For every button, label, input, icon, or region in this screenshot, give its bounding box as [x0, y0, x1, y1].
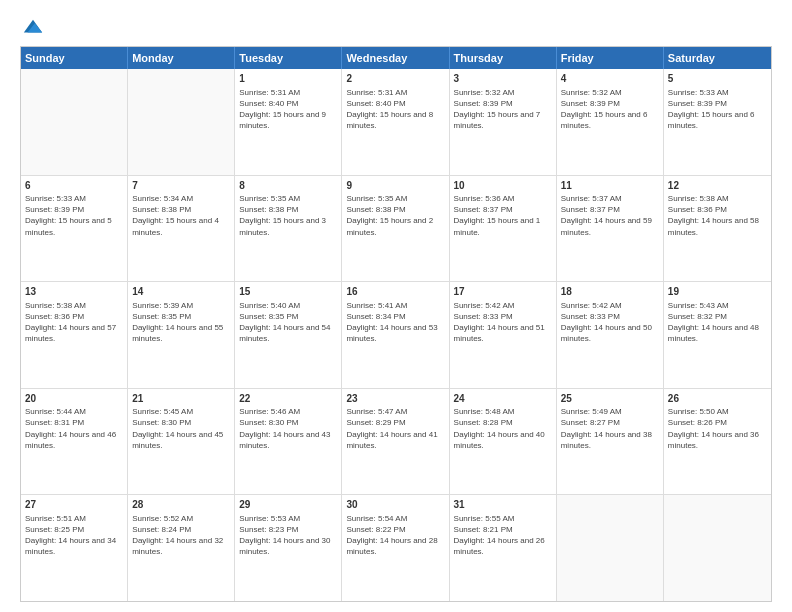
page: SundayMondayTuesdayWednesdayThursdayFrid…	[0, 0, 792, 612]
day-info: Sunrise: 5:32 AM Sunset: 8:39 PM Dayligh…	[454, 87, 552, 132]
header-day-friday: Friday	[557, 47, 664, 69]
day-number: 5	[668, 72, 767, 86]
day-info: Sunrise: 5:51 AM Sunset: 8:25 PM Dayligh…	[25, 513, 123, 558]
calendar-day-23: 23Sunrise: 5:47 AM Sunset: 8:29 PM Dayli…	[342, 389, 449, 495]
day-number: 24	[454, 392, 552, 406]
calendar-day-13: 13Sunrise: 5:38 AM Sunset: 8:36 PM Dayli…	[21, 282, 128, 388]
day-number: 15	[239, 285, 337, 299]
calendar-week-1: 1Sunrise: 5:31 AM Sunset: 8:40 PM Daylig…	[21, 69, 771, 176]
day-number: 8	[239, 179, 337, 193]
calendar-day-28: 28Sunrise: 5:52 AM Sunset: 8:24 PM Dayli…	[128, 495, 235, 601]
day-number: 13	[25, 285, 123, 299]
calendar-day-5: 5Sunrise: 5:33 AM Sunset: 8:39 PM Daylig…	[664, 69, 771, 175]
calendar-day-15: 15Sunrise: 5:40 AM Sunset: 8:35 PM Dayli…	[235, 282, 342, 388]
day-info: Sunrise: 5:36 AM Sunset: 8:37 PM Dayligh…	[454, 193, 552, 238]
day-number: 26	[668, 392, 767, 406]
day-info: Sunrise: 5:49 AM Sunset: 8:27 PM Dayligh…	[561, 406, 659, 451]
calendar-header: SundayMondayTuesdayWednesdayThursdayFrid…	[21, 47, 771, 69]
day-info: Sunrise: 5:32 AM Sunset: 8:39 PM Dayligh…	[561, 87, 659, 132]
calendar-day-7: 7Sunrise: 5:34 AM Sunset: 8:38 PM Daylig…	[128, 176, 235, 282]
calendar-body: 1Sunrise: 5:31 AM Sunset: 8:40 PM Daylig…	[21, 69, 771, 601]
day-number: 21	[132, 392, 230, 406]
calendar-day-2: 2Sunrise: 5:31 AM Sunset: 8:40 PM Daylig…	[342, 69, 449, 175]
day-info: Sunrise: 5:35 AM Sunset: 8:38 PM Dayligh…	[346, 193, 444, 238]
day-number: 11	[561, 179, 659, 193]
calendar-day-18: 18Sunrise: 5:42 AM Sunset: 8:33 PM Dayli…	[557, 282, 664, 388]
day-info: Sunrise: 5:31 AM Sunset: 8:40 PM Dayligh…	[239, 87, 337, 132]
day-info: Sunrise: 5:33 AM Sunset: 8:39 PM Dayligh…	[668, 87, 767, 132]
calendar-day-16: 16Sunrise: 5:41 AM Sunset: 8:34 PM Dayli…	[342, 282, 449, 388]
day-info: Sunrise: 5:39 AM Sunset: 8:35 PM Dayligh…	[132, 300, 230, 345]
calendar-day-1: 1Sunrise: 5:31 AM Sunset: 8:40 PM Daylig…	[235, 69, 342, 175]
day-info: Sunrise: 5:38 AM Sunset: 8:36 PM Dayligh…	[668, 193, 767, 238]
day-number: 14	[132, 285, 230, 299]
day-info: Sunrise: 5:42 AM Sunset: 8:33 PM Dayligh…	[454, 300, 552, 345]
day-info: Sunrise: 5:41 AM Sunset: 8:34 PM Dayligh…	[346, 300, 444, 345]
calendar-day-11: 11Sunrise: 5:37 AM Sunset: 8:37 PM Dayli…	[557, 176, 664, 282]
day-info: Sunrise: 5:40 AM Sunset: 8:35 PM Dayligh…	[239, 300, 337, 345]
day-info: Sunrise: 5:52 AM Sunset: 8:24 PM Dayligh…	[132, 513, 230, 558]
day-number: 2	[346, 72, 444, 86]
header-day-tuesday: Tuesday	[235, 47, 342, 69]
day-info: Sunrise: 5:55 AM Sunset: 8:21 PM Dayligh…	[454, 513, 552, 558]
day-number: 16	[346, 285, 444, 299]
logo	[20, 16, 44, 36]
calendar-week-3: 13Sunrise: 5:38 AM Sunset: 8:36 PM Dayli…	[21, 282, 771, 389]
calendar-day-10: 10Sunrise: 5:36 AM Sunset: 8:37 PM Dayli…	[450, 176, 557, 282]
header-day-monday: Monday	[128, 47, 235, 69]
day-number: 25	[561, 392, 659, 406]
day-number: 27	[25, 498, 123, 512]
logo-icon	[22, 16, 44, 38]
calendar-day-8: 8Sunrise: 5:35 AM Sunset: 8:38 PM Daylig…	[235, 176, 342, 282]
calendar-day-21: 21Sunrise: 5:45 AM Sunset: 8:30 PM Dayli…	[128, 389, 235, 495]
day-info: Sunrise: 5:45 AM Sunset: 8:30 PM Dayligh…	[132, 406, 230, 451]
day-info: Sunrise: 5:35 AM Sunset: 8:38 PM Dayligh…	[239, 193, 337, 238]
day-info: Sunrise: 5:48 AM Sunset: 8:28 PM Dayligh…	[454, 406, 552, 451]
calendar-week-4: 20Sunrise: 5:44 AM Sunset: 8:31 PM Dayli…	[21, 389, 771, 496]
day-number: 31	[454, 498, 552, 512]
calendar-day-9: 9Sunrise: 5:35 AM Sunset: 8:38 PM Daylig…	[342, 176, 449, 282]
day-number: 20	[25, 392, 123, 406]
day-number: 29	[239, 498, 337, 512]
calendar-empty-cell	[557, 495, 664, 601]
day-number: 3	[454, 72, 552, 86]
day-info: Sunrise: 5:47 AM Sunset: 8:29 PM Dayligh…	[346, 406, 444, 451]
day-info: Sunrise: 5:46 AM Sunset: 8:30 PM Dayligh…	[239, 406, 337, 451]
day-info: Sunrise: 5:53 AM Sunset: 8:23 PM Dayligh…	[239, 513, 337, 558]
calendar-day-27: 27Sunrise: 5:51 AM Sunset: 8:25 PM Dayli…	[21, 495, 128, 601]
calendar-empty-cell	[664, 495, 771, 601]
calendar-day-22: 22Sunrise: 5:46 AM Sunset: 8:30 PM Dayli…	[235, 389, 342, 495]
day-info: Sunrise: 5:31 AM Sunset: 8:40 PM Dayligh…	[346, 87, 444, 132]
day-info: Sunrise: 5:33 AM Sunset: 8:39 PM Dayligh…	[25, 193, 123, 238]
day-number: 18	[561, 285, 659, 299]
calendar-day-4: 4Sunrise: 5:32 AM Sunset: 8:39 PM Daylig…	[557, 69, 664, 175]
day-info: Sunrise: 5:44 AM Sunset: 8:31 PM Dayligh…	[25, 406, 123, 451]
calendar-day-12: 12Sunrise: 5:38 AM Sunset: 8:36 PM Dayli…	[664, 176, 771, 282]
day-number: 12	[668, 179, 767, 193]
calendar-day-29: 29Sunrise: 5:53 AM Sunset: 8:23 PM Dayli…	[235, 495, 342, 601]
header-day-thursday: Thursday	[450, 47, 557, 69]
day-number: 30	[346, 498, 444, 512]
day-info: Sunrise: 5:50 AM Sunset: 8:26 PM Dayligh…	[668, 406, 767, 451]
header	[20, 16, 772, 36]
day-number: 4	[561, 72, 659, 86]
calendar-empty-cell	[21, 69, 128, 175]
day-number: 6	[25, 179, 123, 193]
day-number: 23	[346, 392, 444, 406]
calendar-day-31: 31Sunrise: 5:55 AM Sunset: 8:21 PM Dayli…	[450, 495, 557, 601]
calendar-day-26: 26Sunrise: 5:50 AM Sunset: 8:26 PM Dayli…	[664, 389, 771, 495]
calendar-day-3: 3Sunrise: 5:32 AM Sunset: 8:39 PM Daylig…	[450, 69, 557, 175]
day-number: 1	[239, 72, 337, 86]
day-number: 17	[454, 285, 552, 299]
calendar-empty-cell	[128, 69, 235, 175]
calendar-week-2: 6Sunrise: 5:33 AM Sunset: 8:39 PM Daylig…	[21, 176, 771, 283]
calendar-day-17: 17Sunrise: 5:42 AM Sunset: 8:33 PM Dayli…	[450, 282, 557, 388]
day-number: 10	[454, 179, 552, 193]
day-number: 22	[239, 392, 337, 406]
day-number: 9	[346, 179, 444, 193]
day-info: Sunrise: 5:42 AM Sunset: 8:33 PM Dayligh…	[561, 300, 659, 345]
day-info: Sunrise: 5:38 AM Sunset: 8:36 PM Dayligh…	[25, 300, 123, 345]
calendar-day-19: 19Sunrise: 5:43 AM Sunset: 8:32 PM Dayli…	[664, 282, 771, 388]
day-info: Sunrise: 5:43 AM Sunset: 8:32 PM Dayligh…	[668, 300, 767, 345]
day-number: 19	[668, 285, 767, 299]
